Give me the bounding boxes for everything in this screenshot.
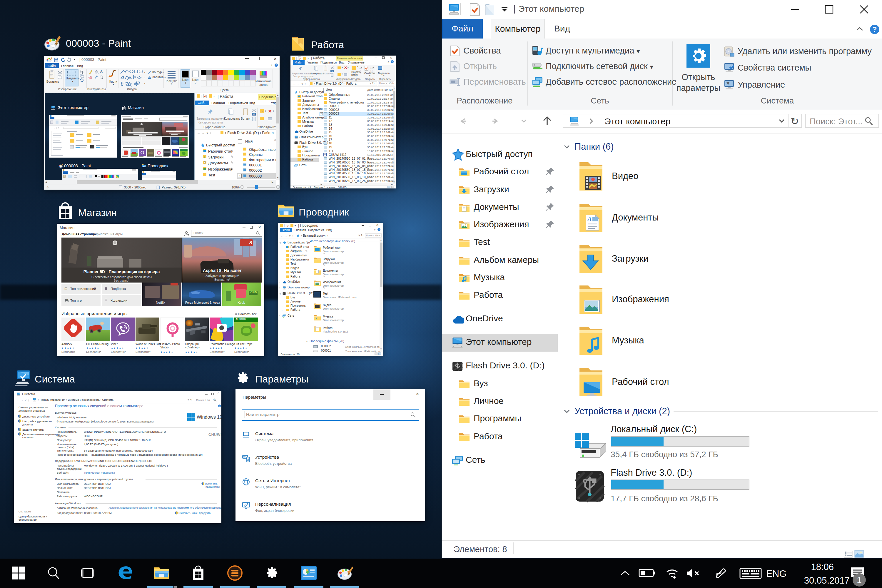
svg-text:A: A — [587, 216, 591, 222]
